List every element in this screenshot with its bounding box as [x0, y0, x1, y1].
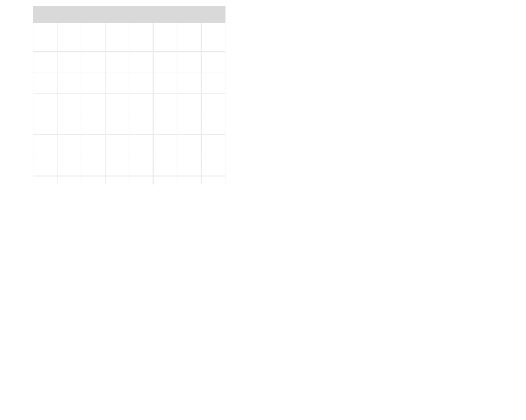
faceted-box-chart	[0, 0, 526, 420]
svg-rect-18	[33, 6, 226, 23]
